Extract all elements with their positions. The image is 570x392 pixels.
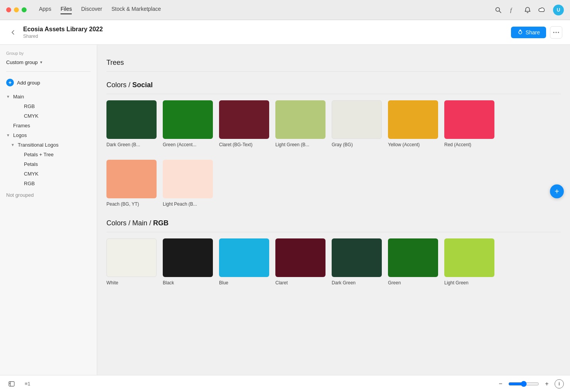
sidebar-item-main[interactable]: ▼ Main	[0, 92, 97, 101]
close-button[interactable]	[6, 7, 11, 12]
zoom-in-button[interactable]: +	[542, 379, 551, 389]
sidebar-item-rgb-main[interactable]: RGB	[0, 101, 97, 111]
section-prefix: Colors /	[106, 81, 132, 89]
titlebar-icons: f U	[494, 5, 564, 15]
color-item-white[interactable]: White	[106, 238, 157, 286]
color-item-green-accent[interactable]: Green (Accent...	[163, 100, 213, 147]
color-item-red[interactable]: Red (Accent)	[444, 100, 494, 147]
tree-label: RGB	[24, 103, 35, 109]
avatar[interactable]: U	[553, 5, 564, 15]
nav-tab-apps[interactable]: Apps	[39, 6, 51, 14]
color-grid-rgb: White Black Blue Claret	[106, 238, 561, 286]
color-item-light-green-rgb[interactable]: Light Green	[444, 238, 494, 286]
tree-label: Main	[13, 94, 24, 100]
nav-tab-files[interactable]: Files	[61, 6, 72, 14]
color-item-green-rgb[interactable]: Green	[388, 238, 438, 286]
color-item-blue[interactable]: Blue	[219, 238, 269, 286]
tree-label: RGB	[24, 181, 35, 186]
color-swatch	[332, 238, 382, 277]
tree-label: CMYK	[24, 171, 39, 177]
color-item-light-green[interactable]: Light Green (B...	[275, 100, 325, 147]
collapse-sidebar-button[interactable]	[6, 378, 17, 389]
window-controls	[6, 7, 27, 12]
color-name: Green	[388, 280, 401, 286]
sidebar-item-petals-tree[interactable]: Petals + Tree	[0, 150, 97, 159]
tree-label: Petals	[24, 161, 38, 167]
group-by-label: Group by	[6, 51, 91, 56]
toggle-icon: ▼	[11, 143, 15, 147]
cloud-icon[interactable]	[538, 6, 546, 14]
color-swatch	[219, 238, 269, 277]
add-group-label: Add group	[17, 80, 40, 86]
nav-tab-discover[interactable]: Discover	[81, 6, 102, 14]
color-swatch	[275, 238, 325, 277]
tree-label: Transitional Logos	[18, 142, 59, 148]
color-item-claret[interactable]: Claret (BG-Text)	[219, 100, 269, 147]
zoom-out-button[interactable]: −	[496, 379, 505, 389]
function-icon[interactable]: f	[509, 6, 517, 14]
color-swatch	[388, 100, 438, 139]
sidebar-item-frames[interactable]: Frames	[0, 121, 97, 130]
color-name: Peach (BG, YT)	[106, 201, 139, 207]
file-header: Ecosia Assets Library 2022 Shared Share	[0, 20, 570, 45]
search-icon[interactable]	[494, 6, 502, 14]
bell-icon[interactable]	[524, 6, 531, 14]
sidebar: Group by Custom group ▾ + Add group ▼ Ma…	[0, 45, 97, 375]
color-item-gray[interactable]: Gray (BG)	[332, 100, 382, 147]
sidebar-divider	[6, 71, 91, 72]
color-item-claret-rgb[interactable]: Claret	[275, 238, 325, 286]
sidebar-item-transitional-logos[interactable]: ▼ Transitional Logos	[0, 140, 97, 150]
color-item-dark-green-rgb[interactable]: Dark Green	[332, 238, 382, 286]
color-name: Dark Green (B...	[106, 142, 140, 147]
file-title: Ecosia Assets Library 2022	[23, 26, 506, 33]
float-add-icon: +	[555, 187, 559, 196]
back-button[interactable]	[8, 27, 19, 38]
sidebar-item-cmyk-logos[interactable]: CMYK	[0, 169, 97, 179]
color-swatch	[106, 160, 157, 198]
more-button[interactable]	[550, 26, 562, 39]
color-swatch	[444, 238, 494, 277]
content-area[interactable]: Trees Colors / Social Dark Green (B... G…	[97, 45, 570, 375]
main-layout: Group by Custom group ▾ + Add group ▼ Ma…	[0, 45, 570, 375]
color-name: Blue	[219, 280, 228, 286]
nav-tab-stock[interactable]: Stock & Marketplace	[111, 6, 161, 14]
color-swatch	[163, 100, 213, 139]
file-subtitle: Shared	[23, 34, 506, 39]
color-name: Claret	[275, 280, 288, 286]
sidebar-item-rgb-logos[interactable]: RGB	[0, 179, 97, 188]
svg-point-3	[519, 31, 522, 34]
sidebar-item-logos[interactable]: ▼ Logos	[0, 130, 97, 140]
svg-line-1	[499, 11, 501, 13]
color-item-dark-green[interactable]: Dark Green (B...	[106, 100, 157, 147]
color-item-light-peach[interactable]: Light Peach (B...	[163, 160, 213, 207]
zoom-slider[interactable]	[508, 381, 539, 387]
color-name: Light Green	[444, 280, 469, 286]
color-item-peach[interactable]: Peach (BG, YT)	[106, 160, 157, 207]
sidebar-item-petals[interactable]: Petals	[0, 159, 97, 169]
info-button[interactable]: i	[555, 379, 564, 389]
group-by-selector[interactable]: Custom group ▾	[6, 58, 91, 67]
tree-label: Petals + Tree	[24, 152, 54, 157]
color-swatch	[444, 100, 494, 139]
float-add-button[interactable]: +	[550, 184, 564, 198]
add-group-button[interactable]: + Add group	[0, 76, 97, 89]
toggle-icon: ▼	[6, 95, 11, 99]
tree-label: Logos	[13, 132, 27, 138]
color-item-yellow[interactable]: Yellow (Accent)	[388, 100, 438, 147]
share-button[interactable]: Share	[511, 27, 546, 38]
color-item-black[interactable]: Black	[163, 238, 213, 286]
toggle-icon: ▼	[6, 133, 11, 137]
chevron-down-icon: ▾	[40, 60, 42, 65]
share-label: Share	[526, 29, 540, 35]
content-inner: Trees Colors / Social Dark Green (B... G…	[97, 45, 570, 306]
trees-label: Trees	[106, 52, 561, 72]
sidebar-item-cmyk-main[interactable]: CMYK	[0, 111, 97, 121]
color-swatch	[332, 100, 382, 139]
file-title-block: Ecosia Assets Library 2022 Shared	[23, 26, 506, 39]
color-swatch	[388, 238, 438, 277]
maximize-button[interactable]	[22, 7, 27, 12]
color-name: Dark Green	[332, 280, 356, 286]
minimize-button[interactable]	[14, 7, 19, 12]
color-name: White	[106, 280, 118, 286]
add-icon: +	[6, 79, 14, 86]
